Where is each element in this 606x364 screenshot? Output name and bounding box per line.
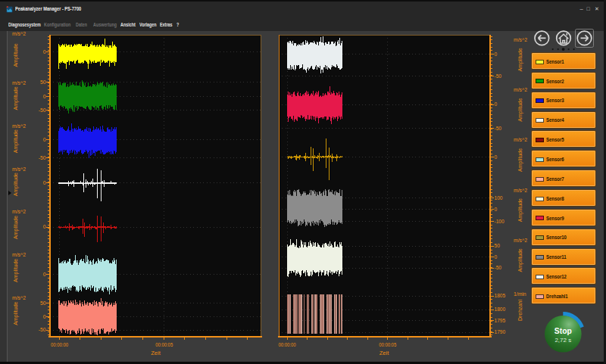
svg-text:m/s^2: m/s^2 <box>12 123 26 129</box>
svg-text:m/s^2: m/s^2 <box>514 37 527 42</box>
svg-text:0: 0 <box>495 101 498 107</box>
svg-text:Amplitude: Amplitude <box>13 259 19 282</box>
svg-text:Amplitude: Amplitude <box>517 198 523 222</box>
svg-text:0: 0 <box>43 94 46 99</box>
svg-text:00:00:05: 00:00:05 <box>379 342 396 347</box>
svg-text:Amplitude: Amplitude <box>13 301 19 325</box>
svg-text:0: 0 <box>43 180 46 185</box>
svg-text:50: 50 <box>495 243 501 248</box>
svg-text:100: 100 <box>495 195 503 201</box>
svg-text:-50: -50 <box>39 327 46 332</box>
svg-text:-100: -100 <box>495 219 505 224</box>
svg-text:50: 50 <box>40 79 46 85</box>
svg-text:m/s^2: m/s^2 <box>12 166 26 172</box>
svg-text:-50: -50 <box>495 126 502 131</box>
svg-text:0: 0 <box>495 207 498 212</box>
svg-text:-50: -50 <box>39 107 46 113</box>
svg-text:Zeit: Zeit <box>380 350 389 356</box>
svg-text:Zeit: Zeit <box>151 350 161 356</box>
svg-text:00:00:00: 00:00:00 <box>51 342 68 347</box>
svg-text:Amplitude: Amplitude <box>13 129 19 153</box>
svg-text:m/s^2: m/s^2 <box>514 238 527 243</box>
svg-text:m/s^2: m/s^2 <box>12 209 26 214</box>
svg-text:Amplitude: Amplitude <box>13 86 19 110</box>
svg-text:Amplitude: Amplitude <box>517 148 523 172</box>
svg-text:0: 0 <box>43 314 46 319</box>
svg-text:m/s^2: m/s^2 <box>514 137 527 142</box>
svg-text:-50: -50 <box>495 73 502 79</box>
svg-text:Amplitude: Amplitude <box>13 43 19 67</box>
svg-text:0: 0 <box>495 254 498 260</box>
svg-text:Amplitude: Amplitude <box>13 216 19 239</box>
svg-text:-50: -50 <box>39 155 46 160</box>
svg-text:2,72 s: 2,72 s <box>554 337 571 344</box>
svg-text:m/s^2: m/s^2 <box>514 87 527 92</box>
svg-text:00:00:00: 00:00:00 <box>279 342 296 347</box>
svg-text:50: 50 <box>40 300 46 306</box>
svg-text:Amplitude: Amplitude <box>517 248 523 272</box>
svg-text:0: 0 <box>43 137 46 142</box>
svg-text:m/s^2: m/s^2 <box>514 188 527 193</box>
svg-text:1800: 1800 <box>495 306 506 312</box>
svg-text:0: 0 <box>43 49 46 54</box>
svg-text:Amplitude: Amplitude <box>517 98 523 122</box>
svg-text:00:00:05: 00:00:05 <box>155 342 173 347</box>
svg-text:0: 0 <box>43 224 46 229</box>
svg-text:Amplitude: Amplitude <box>517 48 523 71</box>
svg-text:m/s^2: m/s^2 <box>12 295 26 300</box>
svg-text:1/min: 1/min <box>514 291 526 297</box>
svg-text:Stop: Stop <box>554 327 572 335</box>
svg-text:m/s^2: m/s^2 <box>12 31 26 36</box>
svg-text:Drehzahl: Drehzahl <box>517 300 523 321</box>
svg-text:1790: 1790 <box>495 329 506 334</box>
svg-text:1795: 1795 <box>495 318 506 323</box>
svg-text:m/s^2: m/s^2 <box>12 252 26 257</box>
svg-text:0: 0 <box>495 51 498 57</box>
svg-text:-50: -50 <box>495 265 502 270</box>
svg-text:1805: 1805 <box>495 293 506 298</box>
svg-text:0: 0 <box>43 272 46 277</box>
svg-text:0: 0 <box>495 154 498 160</box>
svg-text:Amplitude: Amplitude <box>13 173 19 196</box>
svg-text:m/s^2: m/s^2 <box>12 80 26 86</box>
